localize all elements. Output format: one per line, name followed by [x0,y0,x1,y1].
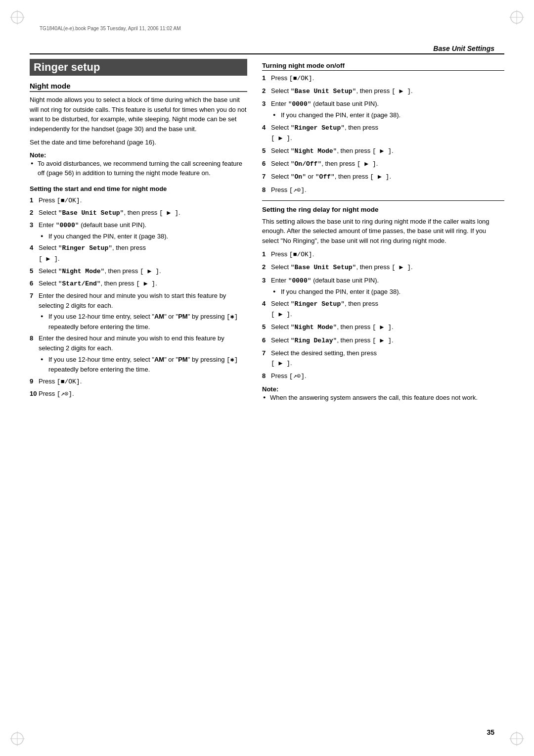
step-num-8: 8 [30,333,33,343]
step-10-left: 10 Press [↗⊙]. [30,389,247,399]
file-info: TG1840AL(e-e).book Page 35 Tuesday, Apri… [40,26,181,31]
step8-subbullet: If you use 12-hour time entry, select "A… [39,355,247,375]
page-container: TG1840AL(e-e).book Page 35 Tuesday, Apri… [0,0,534,756]
steps-9-10: 9 Press [■/OK]. 10 Press [↗⊙]. [30,377,247,399]
step-rdnum-6: 6 [262,335,266,345]
step-r7: 7 Select "On" or "Off", then press [ ▶ ]… [262,172,504,182]
step-num-6: 6 [30,279,33,288]
step-rdnum-7: 7 [262,348,266,358]
step-rd1: 1 Press [■/OK]. [262,249,504,260]
step-4-left: 4 Select "Ringer Setup", then press[ ▶ ]… [30,243,247,264]
step-rd7: 7 Select the desired setting, then press… [262,348,504,369]
step-r3-sub: If you changed the PIN, enter it (page 3… [271,110,504,120]
corner-mark-tl [10,10,25,25]
set-date-note: Set the date and time beforehand (page 1… [30,138,247,147]
step-num-1: 1 [30,195,33,205]
top-rule [30,53,504,54]
step-rnum-5: 5 [262,146,266,156]
ring-delay-intro: This setting allows the base unit to rin… [262,217,504,246]
step-r5: 5 Select "Night Mode", then press [ ▶ ]. [262,146,504,156]
page-header-title: Base Unit Settings [433,45,494,52]
step-rnum-2: 2 [262,86,266,96]
ring-delay-heading: Setting the ring delay for night mode [262,206,504,214]
step-5-left: 5 Select "Night Mode", then press [ ▶ ]. [30,266,247,277]
step-r2: 2 Select "Base Unit Setup", then press [… [262,86,504,96]
step-rd6: 6 Select "Ring Delay", then press [ ▶ ]. [262,335,504,346]
night-mode-title: Night mode [30,82,247,92]
corner-mark-bl [10,731,25,746]
note-label-right: Note: [262,385,278,393]
corner-mark-tr [509,10,524,25]
step-r6: 6 Select "On/Off", then press [ ▶ ]. [262,159,504,169]
step-r3: 3 Enter "0000" (default base unit PIN). … [262,99,504,120]
step-r4: 4 Select "Ringer Setup", then press[ ▶ ]… [262,123,504,143]
step-r8: 8 Press [↗⊙]. [262,185,504,195]
main-content: Ringer setup Night mode Night mode allow… [30,57,504,716]
right-column: Turning night mode on/off 1 Press [■/OK]… [262,57,504,716]
step-rdnum-8: 8 [262,371,266,381]
page-number: 35 [487,728,494,736]
step-1-left: 1 Press [■/OK]. [30,195,247,206]
corner-mark-br [509,731,524,746]
step-num-2: 2 [30,208,33,218]
note-bullet-right: When the answering system answers the ca… [262,393,504,403]
turning-on-off-heading: Turning night mode on/off [262,62,504,71]
step-6-left: 6 Select "Start/End", then press [ ▶ ]. [30,279,247,289]
section-title: Ringer setup [30,59,247,76]
note-section-right: Note: When the answering system answers … [262,385,504,403]
step-rnum-8: 8 [262,185,266,195]
step-num-9: 9 [30,377,33,386]
step-rdnum-3: 3 [262,276,266,285]
turning-on-off-steps: 1 Press [■/OK]. 2 Select "Base Unit Setu… [262,73,504,195]
step-rd2: 2 Select "Base Unit Setup", then press [… [262,262,504,273]
step-rdnum-1: 1 [262,249,266,259]
step-rnum-7: 7 [262,172,266,182]
night-mode-intro: Night mode allows you to select a block … [30,95,247,134]
step-rd3: 3 Enter "0000" (default base unit PIN). … [262,276,504,297]
note-bullet-left: To avoid disturbances, we recommend turn… [30,159,247,178]
step-rdnum-5: 5 [262,322,266,332]
step-rnum-4: 4 [262,123,266,133]
step-rdnum-4: 4 [262,299,266,309]
note-label-left: Note: [30,151,46,159]
step-rdnum-2: 2 [262,262,266,272]
step-num-10: 10 [30,389,37,399]
step-3-left: 3 Enter "0000" (default base unit PIN). … [30,220,247,241]
step-rnum-1: 1 [262,73,266,83]
step-8-left: 8 Enter the desired hour and minute you … [30,333,247,374]
step-rd4: 4 Select "Ringer Setup", then press[ ▶ ]… [262,299,504,320]
step-9-left: 9 Press [■/OK]. [30,377,247,387]
step7-subbullet: If you use 12-hour time entry, select "A… [39,312,247,331]
step-rnum-6: 6 [262,159,266,169]
step-num-5: 5 [30,266,33,276]
step-7-left: 7 Enter the desired hour and minute you … [30,291,247,331]
note-section-left: Note: To avoid disturbances, we recommen… [30,151,247,178]
ring-delay-divider [262,200,504,201]
left-column: Ringer setup Night mode Night mode allow… [30,57,247,716]
step3-subbullet: If you changed the PIN, enter it (page 3… [39,232,247,241]
step-num-7: 7 [30,291,33,301]
step-num-3: 3 [30,220,33,230]
ring-delay-steps: 1 Press [■/OK]. 2 Select "Base Unit Setu… [262,249,504,381]
step-num-4: 4 [30,243,33,253]
step-r1: 1 Press [■/OK]. [262,73,504,84]
step-rd3-sub: If you changed the PIN, enter it (page 3… [271,287,504,297]
step-2-left: 2 Select "Base Unit Setup", then press [… [30,208,247,218]
start-end-steps: 1 Press [■/OK]. 2 Select "Base Unit Setu… [30,195,247,375]
step-rnum-3: 3 [262,99,266,109]
step-rd8: 8 Press [↗⊙]. [262,371,504,381]
step-rd5: 5 Select "Night Mode", then press [ ▶ ]. [262,322,504,332]
start-end-heading: Setting the start and end time for night… [30,185,247,192]
step1-left-key: [■/OK] [57,197,80,204]
